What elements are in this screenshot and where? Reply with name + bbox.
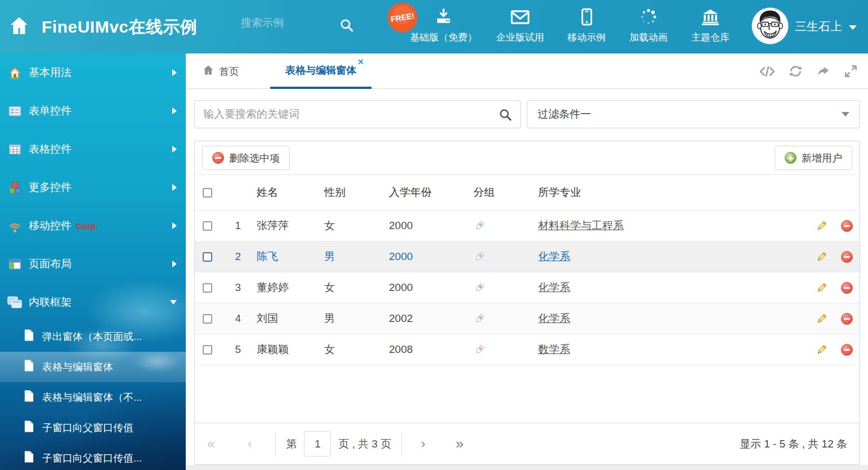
prev-page-button[interactable]: ‹ bbox=[248, 438, 252, 450]
table-row[interactable]: 4 刘国 男 2002 化学系 bbox=[195, 303, 860, 334]
next-page-button[interactable]: › bbox=[421, 438, 425, 450]
column-header-year[interactable]: 入学年份 bbox=[378, 185, 459, 200]
tab-home[interactable]: 首页 bbox=[203, 53, 239, 89]
sidebar-subitem-label: 表格与编辑窗体 bbox=[42, 360, 113, 374]
open-new-window-icon[interactable] bbox=[816, 64, 830, 78]
page-bottom-strip bbox=[186, 465, 868, 470]
delete-row-icon[interactable] bbox=[841, 251, 853, 263]
major-link[interactable]: 化学系 bbox=[538, 312, 570, 324]
sidebar-item-label: 表单控件 bbox=[29, 104, 71, 118]
sidebar-subitem-grid-edit-window[interactable]: 表格与编辑窗体 bbox=[0, 352, 186, 382]
edit-row-icon[interactable] bbox=[809, 282, 834, 294]
user-menu[interactable]: 三生石上 bbox=[795, 19, 857, 34]
sidebar-item-form-controls[interactable]: 表单控件 bbox=[0, 92, 186, 130]
table-row-selected[interactable]: 2 陈飞 男 2000 化学系 bbox=[195, 241, 860, 272]
sidebar-item-label: 表格控件 bbox=[29, 142, 71, 156]
nav-loading-animation[interactable]: 加载动画 bbox=[621, 7, 675, 44]
last-page-button[interactable]: » bbox=[456, 437, 464, 451]
header-search-icon[interactable] bbox=[339, 17, 354, 35]
chevron-down-icon bbox=[849, 25, 857, 30]
page-prefix-label: 第 bbox=[286, 437, 297, 451]
nav-theme-repository[interactable]: 主题仓库 bbox=[683, 7, 737, 44]
table-row[interactable]: 5 康颖颖 女 2008 数学系 bbox=[195, 334, 860, 365]
nav-mobile-demo[interactable]: 移动示例 bbox=[560, 7, 614, 44]
search-icon[interactable] bbox=[498, 108, 512, 124]
cell-year: 2002 bbox=[378, 312, 459, 325]
sidebar-subitem-child-to-parent-2[interactable]: 子窗口向父窗口传值... bbox=[0, 443, 186, 470]
sidebar-item-basic-usage[interactable]: 基本用法 bbox=[0, 53, 186, 92]
row-checkbox[interactable] bbox=[203, 314, 212, 324]
keyword-search-input[interactable] bbox=[203, 101, 490, 128]
page-count-label: 页 , 共 3 页 bbox=[338, 437, 391, 451]
keyword-search-box bbox=[194, 100, 521, 128]
table-header-row: 姓名 性别 入学年份 分组 所学专业 bbox=[195, 175, 860, 211]
main-content: 首页 表格与编辑窗体 × 过滤条件一 bbox=[186, 53, 868, 470]
row-checkbox[interactable] bbox=[203, 345, 212, 355]
form-icon bbox=[7, 104, 22, 118]
edit-row-icon[interactable] bbox=[809, 220, 834, 232]
row-checkbox[interactable] bbox=[203, 283, 212, 293]
row-number: 1 bbox=[220, 220, 245, 232]
close-icon[interactable]: × bbox=[357, 57, 364, 67]
column-header-name[interactable]: 姓名 bbox=[245, 185, 313, 200]
row-number: 3 bbox=[220, 281, 245, 294]
file-icon bbox=[24, 450, 34, 466]
row-checkbox[interactable] bbox=[203, 221, 212, 231]
delete-selected-button[interactable]: 删除选中项 bbox=[202, 146, 290, 170]
select-all-checkbox[interactable] bbox=[203, 188, 212, 198]
major-link[interactable]: 数学系 bbox=[538, 343, 570, 355]
sidebar-item-label: 移动控件 bbox=[29, 218, 71, 233]
page-number-input[interactable] bbox=[304, 431, 331, 456]
header-search-input[interactable] bbox=[241, 17, 328, 29]
nav-basic-edition[interactable]: 基础版（免费） bbox=[406, 7, 481, 44]
tab-label: 首页 bbox=[219, 65, 239, 78]
cell-name: 刘国 bbox=[245, 311, 313, 326]
major-link[interactable]: 化学系 bbox=[538, 281, 570, 293]
chevron-right-icon bbox=[172, 108, 177, 114]
delete-row-icon[interactable] bbox=[841, 313, 853, 325]
major-link[interactable]: 化学系 bbox=[538, 250, 570, 262]
cubes-icon bbox=[7, 181, 22, 195]
filter-dropdown-value: 过滤条件一 bbox=[538, 107, 842, 122]
tab-toolbar bbox=[759, 53, 858, 89]
delete-row-icon[interactable] bbox=[841, 344, 853, 356]
tab-grid-edit-window[interactable]: 表格与编辑窗体 × bbox=[270, 53, 372, 89]
edit-row-icon[interactable] bbox=[809, 313, 834, 325]
home-logo-icon[interactable] bbox=[9, 16, 29, 37]
table-row[interactable]: 1 张萍萍 女 2000 材料科学与工程系 bbox=[195, 211, 860, 241]
sidebar-item-inline-frame[interactable]: 内联框架 bbox=[0, 283, 186, 321]
chevron-right-icon bbox=[172, 222, 177, 229]
chevron-right-icon bbox=[172, 146, 177, 153]
nav-enterprise-trial[interactable]: 企业版试用 bbox=[489, 7, 552, 44]
source-code-icon[interactable] bbox=[759, 65, 775, 78]
edit-row-icon[interactable] bbox=[809, 251, 834, 263]
file-icon bbox=[24, 329, 34, 344]
app-title: FineUIMvc在线示例 bbox=[42, 16, 198, 39]
sidebar-item-grid-controls[interactable]: 表格控件 bbox=[0, 130, 186, 168]
sidebar-item-page-layout[interactable]: 页面布局 bbox=[0, 245, 186, 283]
sidebar-subitem-child-to-parent[interactable]: 子窗口向父窗口传值 bbox=[0, 413, 186, 443]
button-label: 新增用户 bbox=[802, 151, 842, 165]
major-link[interactable]: 材料科学与工程系 bbox=[538, 220, 624, 231]
layout-icon bbox=[7, 257, 22, 271]
sidebar-subitem-grid-edit-window-2[interactable]: 表格与编辑窗体（不... bbox=[0, 382, 186, 413]
delete-row-icon[interactable] bbox=[841, 220, 853, 232]
sidebar-item-mobile-controls[interactable]: 移动控件 Corp. bbox=[0, 207, 186, 245]
add-user-button[interactable]: 新增用户 bbox=[775, 146, 852, 170]
delete-row-icon[interactable] bbox=[841, 282, 853, 294]
refresh-icon[interactable] bbox=[789, 64, 803, 78]
table-row[interactable]: 3 董婷婷 女 2000 化学系 bbox=[195, 272, 860, 303]
filter-dropdown[interactable]: 过滤条件一 bbox=[527, 100, 860, 128]
column-header-major[interactable]: 所学专业 bbox=[527, 185, 713, 200]
row-checkbox[interactable] bbox=[203, 252, 212, 262]
sidebar-subitem-popup-window[interactable]: 弹出窗体（本页面或... bbox=[0, 321, 186, 352]
sidebar-item-more-controls[interactable]: 更多控件 bbox=[0, 168, 186, 207]
fullscreen-icon[interactable] bbox=[844, 64, 858, 78]
user-avatar[interactable] bbox=[752, 8, 788, 44]
first-page-button[interactable]: « bbox=[207, 437, 215, 451]
table-icon bbox=[7, 142, 22, 156]
edit-row-icon[interactable] bbox=[809, 344, 834, 356]
column-header-group[interactable]: 分组 bbox=[459, 185, 527, 200]
antenna-icon bbox=[7, 219, 22, 233]
column-header-gender[interactable]: 性别 bbox=[313, 185, 378, 200]
